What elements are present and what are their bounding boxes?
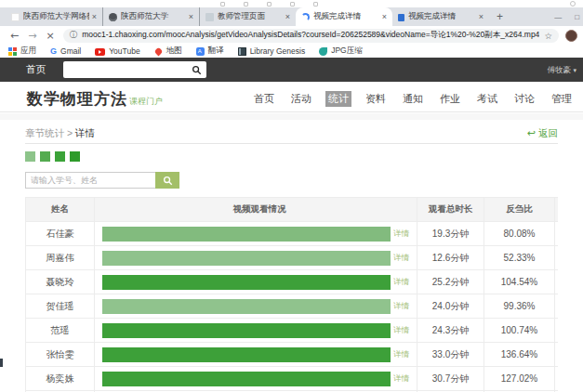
rumination-ratio: 127.02% (484, 367, 555, 390)
youtube-icon (95, 48, 105, 56)
search-icon[interactable] (192, 65, 202, 75)
bookmark-item[interactable]: Library Genesis (238, 46, 306, 56)
omnibox[interactable]: ⓘ mooc1-1.chaoxing.com/moocAnalysis/getV… (63, 29, 559, 43)
bookmark-item[interactable]: G Gmail (50, 46, 81, 56)
watch-cell: 详情 (95, 222, 417, 245)
watch-cell: 详情 (95, 367, 417, 390)
course-menu: 首页 活动 统计 资料 通知 作业 考试 讨论 管理 (251, 91, 575, 107)
detail-link[interactable]: 详情 (393, 277, 409, 288)
course-menu-item[interactable]: 资料 (363, 91, 389, 107)
tab-close-icon[interactable]: × (382, 12, 387, 21)
window-controls: — □ (554, 7, 579, 26)
tab-close-icon[interactable]: × (479, 12, 484, 21)
watch-cell: 详情 (95, 246, 417, 269)
site-search-input[interactable] (63, 63, 192, 76)
minimize-button[interactable]: — (554, 13, 562, 21)
background-window-artifact (267, 2, 272, 7)
rumination-ratio: 99.36% (484, 294, 555, 318)
column-header-duration: 观看总时长 (417, 198, 484, 221)
site-search-box[interactable] (63, 61, 206, 78)
detail-link[interactable]: 详情 (393, 349, 409, 360)
watch-duration: 24.3分钟 (417, 319, 484, 342)
tab-strip: 陕西师范大学网络教学平 × 陕西师范大学 × 教师管理页面 × 视频完成详情 ×… (0, 7, 583, 26)
breadcrumb-parent[interactable]: 章节统计 (25, 127, 64, 138)
site-home-link[interactable]: 首页 (26, 63, 46, 76)
table-row: 贺佳瑶 详情 24.0分钟 99.36% (25, 294, 558, 319)
tab-close-icon[interactable]: × (285, 12, 290, 21)
tab-title: 视频完成详情 (313, 11, 379, 22)
user-name: 傅牧豪 (548, 65, 572, 74)
course-menu-item[interactable]: 作业 (437, 91, 463, 107)
gmail-icon: G (50, 47, 57, 56)
background-window-artifact (290, 2, 295, 7)
doc-favicon (398, 14, 404, 21)
watch-cell: 详情 (95, 319, 417, 342)
detail-link[interactable]: 详情 (393, 325, 409, 336)
apps-grid-icon (8, 47, 17, 56)
table-row: 张怡雯 详情 33.0分钟 136.64% (25, 343, 558, 367)
back-icon[interactable]: ← (10, 30, 19, 42)
course-menu-item[interactable]: 通知 (400, 91, 426, 107)
forward-icon[interactable]: → (28, 30, 36, 42)
table-header: 姓名 视频观看情况 观看总时长 反刍比 (25, 198, 558, 222)
bookmark-item[interactable]: 应用 (8, 46, 36, 57)
course-menu-item[interactable]: 讨论 (511, 91, 537, 107)
tab-close-icon[interactable]: × (189, 12, 193, 21)
detail-link[interactable]: 详情 (393, 253, 409, 264)
browser-tab[interactable]: 陕西师范大学网络教学平 × (6, 7, 102, 26)
portal-label[interactable]: 课程门户 (129, 97, 163, 106)
bookmarks-bar: 应用 G Gmail YouTube 地图 翻译 Library Genesis… (0, 45, 583, 58)
student-name: 聂晓玲 (25, 270, 95, 294)
back-link[interactable]: ↩ 返回 (527, 127, 558, 140)
background-window-artifact (0, 359, 3, 367)
profile-avatar[interactable] (565, 30, 577, 42)
tab-title: 视频完成详情 (408, 11, 476, 22)
url-text[interactable]: mooc1-1.chaoxing.com/moocAnalysis/getVid… (82, 30, 539, 41)
student-search-row (25, 172, 558, 189)
student-name: 贺佳瑶 (25, 294, 95, 318)
watch-bar (102, 275, 391, 290)
bookmark-star-icon[interactable]: ☆ (544, 31, 552, 41)
breadcrumb: 章节统计 > 详情 (25, 127, 95, 140)
stop-loading-icon[interactable]: × (46, 30, 54, 42)
course-title: 数学物理方法课程门户 (27, 88, 163, 110)
bookmark-item[interactable]: 翻译 (196, 46, 224, 57)
course-menu-item[interactable]: 管理 (549, 91, 575, 107)
course-menu-item[interactable]: 首页 (251, 91, 277, 107)
course-menu-item[interactable]: 活动 (288, 91, 314, 107)
tab-close-icon[interactable]: × (92, 12, 97, 21)
legend-color-square (25, 151, 35, 162)
browser-tab[interactable]: 陕西师范大学 × (102, 7, 199, 26)
student-search-button[interactable] (155, 172, 179, 189)
browser-tab[interactable]: 视频完成详情 × (392, 7, 489, 26)
watch-cell: 详情 (95, 270, 417, 294)
translate-icon (196, 47, 205, 56)
detail-link[interactable]: 详情 (393, 373, 409, 385)
site-info-icon[interactable]: ⓘ (70, 30, 78, 41)
bookmark-item[interactable]: JPG压缩 (319, 46, 363, 57)
browser-tab[interactable]: 教师管理页面 × (199, 7, 296, 26)
blank-favicon (11, 13, 20, 21)
student-name: 张怡雯 (25, 343, 95, 366)
watch-cell: 详情 (95, 343, 417, 366)
student-search-input[interactable] (25, 172, 155, 189)
search-icon (163, 176, 173, 186)
course-menu-item[interactable]: 考试 (474, 91, 500, 107)
spinner-favicon (301, 13, 310, 21)
background-window-artifact (244, 2, 248, 7)
bookmark-item[interactable]: YouTube (95, 46, 139, 56)
maximize-button[interactable]: □ (575, 13, 579, 21)
detail-link[interactable]: 详情 (393, 229, 409, 240)
column-header-video: 视频观看情况 (95, 198, 417, 221)
new-tab-button[interactable]: + (497, 7, 503, 26)
bookmark-item[interactable]: 地图 (154, 46, 182, 57)
user-menu[interactable]: 傅牧豪 ▾ (548, 65, 576, 76)
detail-link[interactable]: 详情 (393, 301, 409, 312)
tabs-container: 陕西师范大学网络教学平 × 陕西师范大学 × 教师管理页面 × 视频完成详情 ×… (6, 7, 489, 26)
browser-window: 陕西师范大学网络教学平 × 陕西师范大学 × 教师管理页面 × 视频完成详情 ×… (0, 0, 583, 392)
rumination-ratio: 100.74% (484, 319, 555, 342)
site-topbar: 首页 傅牧豪 ▾ (0, 58, 583, 82)
browser-tab[interactable]: 视频完成详情 × (296, 7, 392, 26)
table-row: 石佳豪 详情 19.3分钟 80.08% (25, 222, 558, 246)
course-menu-item[interactable]: 统计 (325, 91, 351, 107)
